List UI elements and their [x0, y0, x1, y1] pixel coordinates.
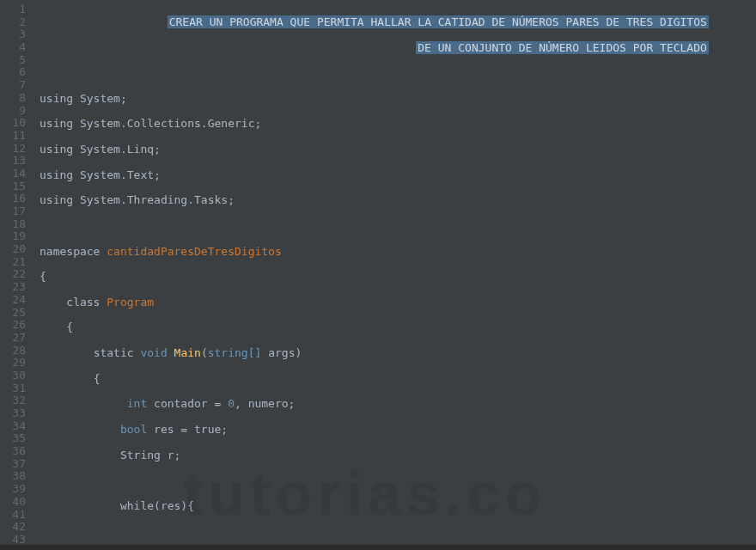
- line-number: 38: [0, 470, 26, 483]
- line-number: 22: [0, 268, 26, 281]
- line-number: 37: [0, 458, 26, 471]
- comment-highlight: CREAR UN PROGRAMA QUE PERMITA HALLAR LA …: [168, 15, 709, 28]
- kw: using: [40, 117, 73, 130]
- ns: System.Threading.Tasks;: [80, 193, 235, 206]
- num: 0: [228, 397, 235, 410]
- kw: using: [40, 168, 73, 181]
- line-number: 3: [0, 28, 26, 41]
- line-number: 39: [0, 483, 26, 496]
- line-number: 31: [0, 382, 26, 395]
- line-number: 34: [0, 420, 26, 433]
- line-number: 12: [0, 143, 26, 156]
- kw: using: [40, 193, 73, 206]
- line-number: 6: [0, 66, 26, 79]
- line-number: 40: [0, 496, 26, 509]
- code-editor[interactable]: 1234567891011121314151617181920212223242…: [0, 0, 756, 550]
- code-line: DE UN CONJUNTO DE NÚMERO LEIDOS POR TECL…: [40, 42, 756, 55]
- line-number: 2: [0, 16, 26, 29]
- ns: System.Text;: [80, 168, 161, 181]
- line-number: 1: [0, 3, 26, 16]
- decl: String r;: [120, 449, 180, 461]
- decl: contador =: [147, 397, 228, 410]
- code-line: CREAR UN PROGRAMA QUE PERMITA HALLAR LA …: [40, 16, 756, 29]
- line-number: 27: [0, 332, 26, 345]
- kw: while: [120, 499, 154, 512]
- kw: namespace: [40, 245, 100, 258]
- comment-highlight: DE UN CONJUNTO DE NÚMERO LEIDOS POR TECL…: [416, 41, 709, 54]
- namespace-name: cantidadParesDeTresDigitos: [107, 245, 282, 258]
- line-number: 32: [0, 394, 26, 407]
- ns: System.Collections.Generic;: [80, 117, 261, 130]
- line-number: 20: [0, 243, 26, 256]
- line-number: 24: [0, 294, 26, 307]
- kw-type: int: [127, 397, 147, 410]
- decl: , numero;: [235, 397, 295, 410]
- line-number: 26: [0, 319, 26, 332]
- code-line: [40, 525, 756, 538]
- class-name: Program: [107, 296, 154, 309]
- bottom-border: [0, 545, 756, 550]
- kw: class: [66, 296, 100, 309]
- line-number: 14: [0, 168, 26, 180]
- line-number: 35: [0, 432, 26, 445]
- code-line: {: [40, 271, 756, 284]
- code-line: while(res){: [40, 500, 756, 513]
- cond: (res){: [154, 499, 194, 512]
- line-number: 10: [0, 117, 26, 130]
- line-number: 18: [0, 218, 26, 231]
- code-line: {: [40, 321, 756, 334]
- line-number: 36: [0, 445, 26, 458]
- line-number: 5: [0, 54, 26, 67]
- decl: res = true;: [147, 423, 228, 436]
- code-line: using System.Linq;: [40, 144, 756, 156]
- line-number: 25: [0, 307, 26, 320]
- line-number: 29: [0, 357, 26, 370]
- code-line: [40, 220, 756, 233]
- code-area[interactable]: CREAR UN PROGRAMA QUE PERMITA HALLAR LA …: [33, 0, 756, 550]
- code-line: int contador = 0, numero;: [40, 398, 756, 411]
- code-line: [40, 67, 756, 80]
- code-line: bool res = true;: [40, 424, 756, 437]
- brace: {: [66, 321, 73, 333]
- code-line: using System.Threading.Tasks;: [40, 194, 756, 207]
- brace: {: [94, 372, 101, 385]
- kw: using: [40, 143, 73, 156]
- line-number: 16: [0, 192, 26, 205]
- code-line: class Program: [40, 296, 756, 309]
- kw-type: void: [140, 346, 167, 359]
- code-line: namespace cantidadParesDeTresDigitos: [40, 246, 756, 259]
- line-number: 21: [0, 256, 26, 269]
- watermark-text: tutorias.co: [183, 460, 547, 529]
- line-number: 23: [0, 281, 26, 294]
- code-line: using System.Text;: [40, 169, 756, 182]
- kw-type: string[]: [208, 346, 262, 359]
- line-gutter: 1234567891011121314151617181920212223242…: [0, 0, 33, 550]
- kw: static: [94, 346, 134, 359]
- method-name: Main: [174, 346, 201, 359]
- brace: {: [40, 270, 46, 283]
- line-number: 13: [0, 155, 26, 168]
- line-number: 28: [0, 345, 26, 358]
- line-number: 4: [0, 41, 26, 54]
- param: args): [261, 346, 302, 359]
- kw: using: [40, 92, 73, 105]
- ns: System.Linq;: [80, 143, 161, 156]
- code-line: [40, 474, 756, 487]
- line-number: 17: [0, 205, 26, 218]
- line-number: 9: [0, 105, 26, 118]
- code-line: String r;: [40, 449, 756, 462]
- kw-type: bool: [120, 423, 147, 436]
- line-number: 19: [0, 230, 26, 243]
- line-number: 41: [0, 509, 26, 522]
- line-number: 8: [0, 92, 26, 105]
- line-number: 42: [0, 521, 26, 534]
- code-line: {: [40, 373, 756, 386]
- code-line: static void Main(string[] args): [40, 347, 756, 360]
- line-number: 15: [0, 180, 26, 193]
- line-number: 7: [0, 79, 26, 92]
- code-line: using System;: [40, 93, 756, 106]
- line-number: 33: [0, 407, 26, 420]
- code-line: using System.Collections.Generic;: [40, 118, 756, 131]
- ns: System;: [80, 92, 127, 105]
- line-number: 30: [0, 370, 26, 382]
